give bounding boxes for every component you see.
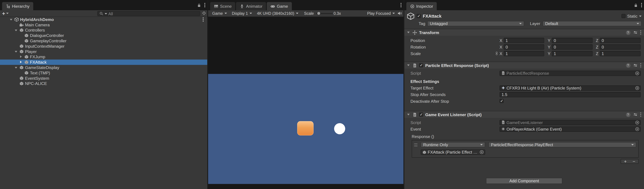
foldout-arrow-icon[interactable] [19,60,23,64]
hierarchy-item-fxjump[interactable]: FXJump [0,54,207,60]
event-target-object-field[interactable]: FXAttack (Particle Effect Res [421,150,485,155]
transform-component: Transform ? Position X Y Z [404,29,644,58]
gameobject-icon [19,65,24,70]
play-focused-dropdown[interactable]: Play Focused [364,10,397,16]
object-picker-icon[interactable] [636,127,639,131]
hierarchy-item-text-tmp[interactable]: Text (TMP) [0,70,207,76]
hierarchy-item-player[interactable]: Player [0,49,207,54]
runtime-mode-dropdown[interactable]: Runtime Only [421,142,485,147]
tab-scene[interactable]: Scene [210,2,235,10]
lock-icon[interactable] [197,3,201,7]
hierarchy-item-inputcontextmanager[interactable]: InputContextManager [0,44,207,49]
object-picker-icon[interactable] [636,71,639,75]
foldout-arrow-icon[interactable] [406,112,410,116]
tab-animator-label: Animator [246,4,262,8]
particle-system-icon [501,86,505,90]
component-enabled-checkbox[interactable] [419,112,423,116]
stop-after-seconds-field[interactable] [500,92,641,97]
preset-icon[interactable] [633,63,637,67]
foldout-arrow-icon[interactable] [406,30,410,34]
position-y-field[interactable] [552,38,593,43]
foldout-arrow-icon[interactable] [9,18,13,22]
target-effect-object-field[interactable]: CFXR3 Hit Light B (Air) (Particle System… [500,85,641,91]
scene-options-icon[interactable] [202,19,204,20]
tab-animator[interactable]: Animator [236,2,266,10]
preset-icon[interactable] [633,112,637,116]
position-z-field[interactable] [600,38,641,43]
object-picker-icon[interactable] [636,120,639,124]
hierarchy-item-gamestatedisplay[interactable]: GameStateDisplay [0,65,207,70]
component-menu-icon[interactable] [640,114,641,115]
hierarchy-item-main-camera[interactable]: Main Camera [0,22,207,28]
static-checkbox[interactable] [622,14,626,18]
component-enabled-checkbox[interactable] [419,63,423,67]
foldout-arrow-icon[interactable] [406,63,410,67]
hierarchy-item-dialoguecontroller[interactable]: DialogueController [0,33,207,38]
foldout-arrow-icon[interactable] [14,28,18,32]
tab-game[interactable]: Game [267,2,292,10]
scale-slider-knob[interactable] [317,12,320,15]
preset-icon[interactable] [633,30,637,34]
event-object-field[interactable]: OnPlayerAttack (Game Event) [500,126,641,132]
static-dropdown[interactable]: Static [622,14,642,18]
display-dropdown[interactable]: Display 1 [230,10,254,16]
play-focused-label: Play Focused [367,11,391,16]
help-icon[interactable]: ? [626,112,630,117]
foldout-arrow-icon[interactable] [19,55,23,59]
foldout-arrow-icon[interactable] [14,50,18,54]
game-mode-dropdown[interactable]: Game [210,10,230,16]
panel-menu-icon[interactable] [400,5,401,6]
rotation-y-field[interactable] [552,44,593,50]
resolution-dropdown[interactable]: 4K UHD (3840x2160) [254,10,301,16]
hierarchy-search-input[interactable]: All [97,11,200,16]
rotation-label: Rotation [404,44,494,49]
drag-handle-icon[interactable] [414,144,418,146]
tag-dropdown[interactable]: Untagged [428,21,524,26]
mute-audio-icon[interactable] [397,11,402,16]
position-x-field[interactable] [504,38,544,43]
panel-menu-icon[interactable] [204,5,205,6]
gameobject-icon-large[interactable] [407,12,414,20]
foldout-arrow-icon[interactable] [14,66,18,70]
function-dropdown[interactable]: ParticleEffectResponse.PlayEffect [488,142,636,147]
scene-picking-icon[interactable] [202,11,206,15]
scale-x-field[interactable] [504,51,544,56]
gameobject-icon [24,71,29,75]
add-listener-button[interactable]: + [621,159,630,163]
layer-dropdown[interactable]: Default [543,21,642,26]
rotation-x-field[interactable] [504,44,544,50]
unity-editor-window: Hierarchy + All HybridArchDemo [0,0,644,189]
hierarchy-item-hybridarchdemo[interactable]: HybridArchDemo [0,17,207,22]
object-picker-icon[interactable] [480,150,484,154]
rotation-z-field[interactable] [600,44,641,50]
object-picker-icon[interactable] [636,86,639,90]
script-object-field[interactable]: GameEventListener [500,120,641,125]
help-icon[interactable]: ? [626,63,630,68]
gameobject-icon [19,28,24,32]
lock-icon[interactable] [634,3,638,7]
scale-slider[interactable] [316,11,332,15]
active-checkbox[interactable] [417,14,421,18]
link-icon[interactable] [495,51,499,56]
remove-listener-button[interactable]: − [630,159,638,163]
hierarchy-item-fxattack[interactable]: FXAttack [0,60,207,65]
hierarchy-item-npc-alice[interactable]: NPC-ALICE [0,81,207,86]
hierarchy-item-eventsystem[interactable]: EventSystem [0,76,207,81]
component-menu-icon[interactable] [640,32,641,33]
tab-inspector-label: Inspector [416,4,433,8]
tab-inspector[interactable]: Inspector [406,2,437,10]
panel-menu-icon[interactable] [641,5,642,6]
add-component-button[interactable]: Add Component [486,178,562,184]
script-object-field[interactable]: ParticleEffectResponse [500,70,641,76]
deactivate-after-stop-checkbox[interactable] [500,99,504,103]
gameobject-name-field[interactable]: FXAttack [423,14,442,18]
game-render-surface [208,74,404,184]
hierarchy-item-gameplaycontroller[interactable]: GameplayController [0,38,207,44]
help-icon[interactable]: ? [626,30,630,35]
component-menu-icon[interactable] [640,65,641,66]
tab-hierarchy[interactable]: Hierarchy [2,2,33,10]
scale-y-field[interactable] [552,51,593,56]
scale-z-field[interactable] [600,51,641,56]
hierarchy-item-controllers[interactable]: Controllers [0,28,207,33]
create-object-button[interactable]: + [2,11,8,16]
